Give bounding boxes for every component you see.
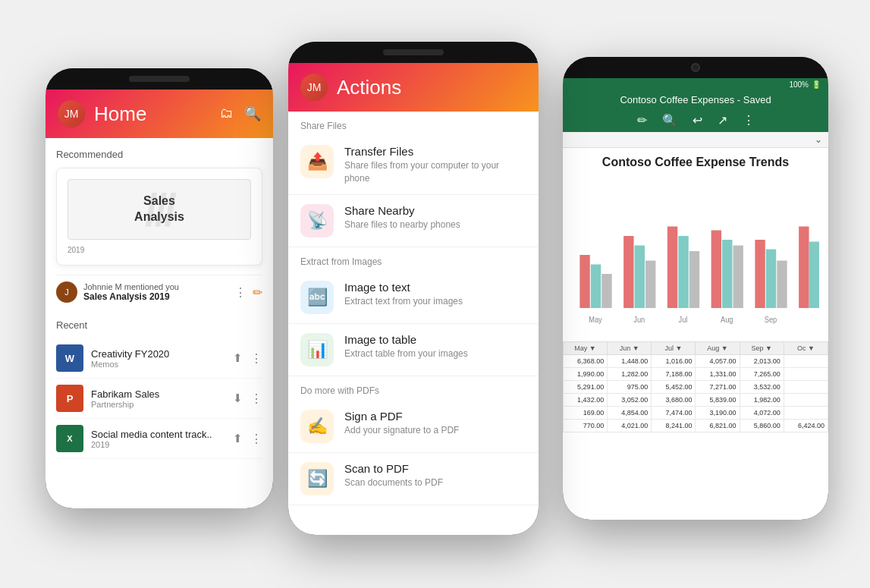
- table-row: 5,291.00 975.00 5,452.00 7,271.00 3,532.…: [564, 381, 828, 394]
- phone-right: 100% 🔋 Contoso Coffee Expenses - Saved ✏…: [563, 57, 828, 520]
- avatar-left: JM: [58, 100, 85, 127]
- download-icon-2[interactable]: ⬇: [233, 391, 243, 405]
- scan-pdf-item[interactable]: 🔄 Scan to PDF Scan documents to PDF: [288, 453, 539, 505]
- share-nearby-item[interactable]: 📡 Share Nearby Share files to nearby pho…: [288, 195, 539, 247]
- image-to-table-item[interactable]: 📊 Image to table Extract table from your…: [288, 324, 539, 376]
- image-table-sub: Extract table from your images: [344, 347, 468, 360]
- sign-pdf-sub: Add your signature to a PDF: [344, 424, 459, 437]
- spreadsheet-table: May ▼ Jun ▼ Jul ▼ Aug ▼ Sep ▼ Oc ▼ 6,368…: [563, 341, 828, 432]
- svg-rect-8: [623, 236, 633, 308]
- battery-icon: 🔋: [812, 80, 821, 89]
- camera-right: [691, 63, 700, 72]
- search-icon[interactable]: 🔍: [244, 105, 261, 122]
- file-name-1: Creativity FY2020: [91, 348, 225, 360]
- section-pdf: Do more with PDFs: [288, 376, 539, 401]
- transfer-text: Transfer Files Share files from your com…: [344, 145, 526, 185]
- transfer-sub: Share files from your computer to your p…: [344, 159, 526, 185]
- svg-rect-10: [645, 261, 655, 309]
- excel-doc-title: Contoso Coffee Expenses - Saved: [620, 94, 771, 105]
- recommended-card[interactable]: /// Sales Analysis 2019: [56, 168, 262, 266]
- recent-item-1[interactable]: W Creativity FY2020 Memos ⬆ ⋮: [56, 338, 262, 379]
- phone-notch-left: [46, 68, 273, 90]
- svg-rect-21: [809, 242, 819, 309]
- file-sub-2: Partnership: [91, 400, 225, 409]
- recent-label: Recent: [56, 319, 262, 331]
- chart-svg: May Jun Jul Aug Sep: [570, 175, 821, 327]
- section-share-files: Share Files: [288, 112, 539, 136]
- transfer-files-item[interactable]: 📤 Transfer Files Share files from your c…: [288, 136, 539, 195]
- dots-icon-1[interactable]: ⋮: [250, 351, 262, 366]
- battery-status: 100%: [789, 80, 809, 89]
- table-row: 1,432.00 3,052.00 3,680.00 5,839.00 1,98…: [564, 394, 828, 407]
- chevron-down-icon[interactable]: ⌄: [815, 134, 822, 145]
- doc-preview: /// Sales Analysis: [68, 179, 251, 240]
- svg-rect-5: [579, 255, 589, 308]
- table-row: 169.00 4,854.00 7,474.00 3,190.00 4,072.…: [564, 407, 828, 420]
- ppt-icon-2: P: [56, 385, 83, 412]
- edit-tool-icon[interactable]: ✏: [637, 113, 647, 127]
- excel-title-bar: Contoso Coffee Expenses - Saved: [563, 91, 828, 108]
- table-row: 770.00 4,021.00 8,241.00 6,821.00 5,860.…: [564, 420, 828, 432]
- phone-middle: JM Actions Share Files 📤 Transfer Files …: [288, 42, 539, 535]
- sign-pdf-item[interactable]: ✍️ Sign a PDF Add your signature to a PD…: [288, 401, 539, 453]
- share-nearby-icon: 📡: [300, 204, 334, 237]
- svg-rect-15: [722, 240, 732, 308]
- sign-pdf-text: Sign a PDF Add your signature to a PDF: [344, 410, 459, 437]
- more-tool-icon[interactable]: ⋮: [743, 113, 755, 127]
- home-content: Recommended /// Sales Analysis 2019 J Jo: [46, 138, 273, 470]
- phone-notch-right: [563, 57, 828, 78]
- mention-avatar: J: [56, 281, 77, 303]
- dots-icon[interactable]: ⋮: [234, 285, 247, 300]
- screen-right: 100% 🔋 Contoso Coffee Expenses - Saved ✏…: [563, 78, 828, 520]
- upload-icon-1[interactable]: ⬆: [233, 351, 243, 365]
- image-table-icon: 📊: [300, 333, 334, 366]
- folder-icon[interactable]: 🗂: [220, 105, 234, 122]
- actions-header: JM Actions: [288, 63, 539, 112]
- recent-item-2[interactable]: P Fabrikam Sales Partnership ⬇ ⋮: [56, 379, 262, 419]
- home-header: JM Home 🗂 🔍: [46, 90, 273, 138]
- transfer-icon: 📤: [300, 145, 334, 178]
- image-to-text-item[interactable]: 🔤 Image to text Extract text from your i…: [288, 272, 539, 324]
- svg-rect-17: [755, 240, 765, 308]
- image-table-title: Image to table: [344, 333, 468, 346]
- chart-container: Contoso Coffee Expense Trends May Jun Ju…: [563, 148, 828, 341]
- mention-by: Johnnie M mentioned you: [83, 282, 228, 291]
- avatar-inner-left: JM: [58, 100, 85, 127]
- spreadsheet-container: May ▼ Jun ▼ Jul ▼ Aug ▼ Sep ▼ Oc ▼ 6,368…: [563, 341, 828, 520]
- svg-text:Jun: Jun: [633, 315, 645, 324]
- excel-icon-3: X: [56, 425, 83, 452]
- transfer-title: Transfer Files: [344, 145, 526, 158]
- col-jun: Jun ▼: [608, 342, 652, 355]
- image-text-title: Image to text: [344, 281, 463, 294]
- upload-icon-3[interactable]: ⬆: [233, 432, 243, 445]
- svg-rect-14: [711, 231, 721, 309]
- section-extract: Extract from Images: [288, 247, 539, 272]
- svg-rect-18: [766, 250, 776, 309]
- avatar-middle: JM: [300, 74, 328, 101]
- svg-rect-6: [591, 265, 601, 309]
- undo-tool-icon[interactable]: ↩: [693, 113, 702, 127]
- dots-icon-3[interactable]: ⋮: [250, 432, 262, 446]
- svg-text:Jul: Jul: [679, 315, 688, 324]
- sign-pdf-icon: ✍️: [300, 410, 334, 443]
- mention-text: Johnnie M mentioned you Sales Analysis 2…: [83, 282, 228, 302]
- share-tool-icon[interactable]: ↗: [718, 113, 727, 127]
- search-tool-icon[interactable]: 🔍: [662, 113, 677, 127]
- recent-item-3[interactable]: X Social media content track.. 2019 ⬆ ⋮: [56, 419, 262, 459]
- image-text-icon: 🔤: [300, 281, 334, 314]
- edit-icon[interactable]: ✏: [253, 285, 262, 300]
- col-aug: Aug ▼: [696, 342, 740, 355]
- mention-row[interactable]: J Johnnie M mentioned you Sales Analysis…: [56, 275, 262, 309]
- recommended-label: Recommended: [56, 149, 262, 160]
- speaker-middle: [383, 49, 444, 55]
- table-row: 1,990.00 1,282.00 7,188.00 1,331.00 7,26…: [564, 368, 828, 381]
- svg-text:Sep: Sep: [765, 315, 777, 324]
- screen-left: JM Home 🗂 🔍 Recommended /// Sales Analy: [46, 90, 273, 508]
- svg-rect-20: [799, 227, 809, 309]
- file-sub-1: Memos: [91, 360, 225, 369]
- dots-icon-2[interactable]: ⋮: [250, 391, 262, 406]
- col-oc: Oc ▼: [784, 342, 828, 355]
- col-sep: Sep ▼: [740, 342, 784, 355]
- share-nearby-text: Share Nearby Share files to nearby phone…: [344, 204, 460, 231]
- col-may: May ▼: [564, 342, 608, 355]
